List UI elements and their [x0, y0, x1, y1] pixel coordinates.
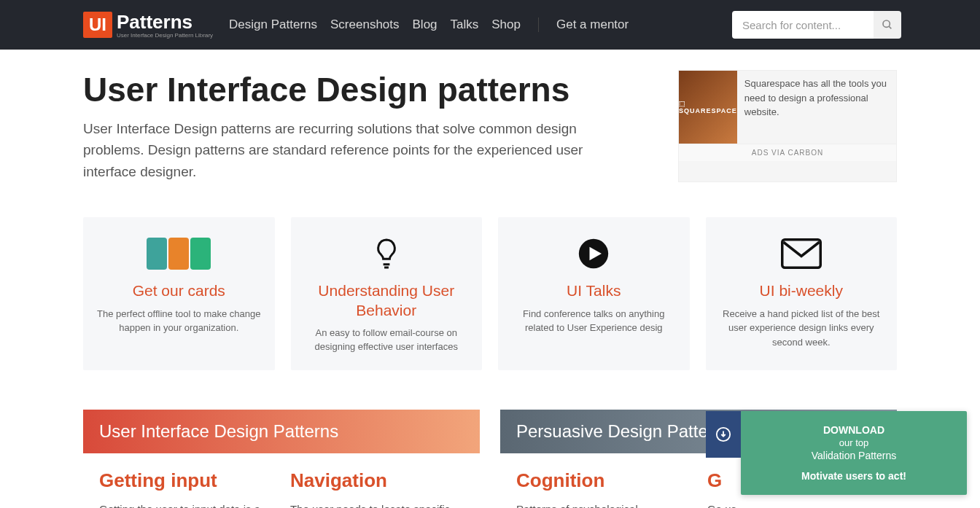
logo-ui-badge: UI: [83, 12, 112, 38]
promo-behavior[interactable]: Understanding User Behavior An easy to f…: [291, 217, 483, 370]
nav-talks[interactable]: Talks: [451, 17, 479, 32]
svg-point-0: [883, 20, 890, 27]
search-icon: [882, 19, 893, 31]
page-title: User Interface Design patterns: [83, 70, 658, 109]
col-desc: Patterns of psychological tendencies tha…: [516, 501, 690, 508]
promo-cards[interactable]: Get our cards The perfect offline tool t…: [83, 217, 275, 370]
col-desc: Getting the user to input data is a task…: [99, 501, 273, 508]
promo-title: Understanding User Behavior: [304, 281, 470, 320]
col-title: Cognition: [516, 469, 690, 492]
hero: User Interface Design patterns User Inte…: [83, 50, 897, 182]
ad-image: ⬚ SQUARESPACE: [679, 71, 737, 144]
nav-blog[interactable]: Blog: [413, 17, 438, 32]
play-icon: [511, 233, 677, 274]
popup-line1: DOWNLOAD: [758, 424, 949, 436]
popup-line3: Validation Patterns: [758, 450, 949, 461]
download-popup[interactable]: DOWNLOAD our top Validation Patterns Mot…: [741, 411, 967, 495]
promo-biweekly[interactable]: UI bi-weekly Receive a hand picked list …: [706, 217, 898, 370]
promo-desc: An easy to follow email-course on design…: [304, 326, 470, 354]
promo-desc: Find conference talks on anything relate…: [511, 307, 677, 335]
promo-desc: The perfect offline tool to make change …: [96, 307, 262, 335]
nav-shop[interactable]: Shop: [491, 17, 521, 32]
search-button[interactable]: [874, 11, 901, 39]
promo-title: Get our cards: [96, 281, 262, 300]
download-icon: [706, 411, 741, 458]
logo-text: Patterns: [117, 11, 192, 33]
envelope-icon: [719, 233, 884, 274]
promo-talks[interactable]: UI Talks Find conference talks on anythi…: [498, 217, 690, 370]
ad-text: Squarespace has all the tools you need t…: [737, 71, 896, 144]
search-wrap: [732, 11, 901, 39]
main-nav: Design Patterns Screenshots Blog Talks S…: [229, 17, 521, 32]
col-title: Navigation: [290, 469, 464, 492]
lightbulb-icon: [304, 233, 470, 274]
logo-subtitle: User Interface Design Pattern Library: [117, 32, 213, 39]
nav-design-patterns[interactable]: Design Patterns: [229, 17, 317, 32]
search-input[interactable]: [732, 11, 874, 39]
col-desc: Ga us: [707, 501, 881, 508]
logo[interactable]: UI Patterns User Interface Design Patter…: [83, 11, 213, 39]
promo-title: UI Talks: [511, 281, 677, 300]
get-mentor-link[interactable]: Get a mentor: [538, 17, 629, 32]
col-title: Getting input: [99, 469, 273, 492]
cards-icon: [96, 233, 262, 274]
popup-cta: Motivate users to act!: [758, 470, 949, 482]
col-cognition[interactable]: Cognition Patterns of psychological tend…: [516, 469, 690, 508]
popup-line2: our top: [758, 437, 949, 448]
promo-row: Get our cards The perfect offline tool t…: [83, 217, 897, 370]
section-header: User Interface Design Patterns: [83, 410, 480, 453]
promo-desc: Receive a hand picked list of the best u…: [719, 307, 884, 350]
page-description: User Interface Design patterns are recur…: [83, 118, 594, 182]
svg-rect-3: [782, 240, 821, 268]
col-getting-input[interactable]: Getting input Getting the user to input …: [99, 469, 273, 508]
promo-title: UI bi-weekly: [719, 281, 884, 300]
svg-line-1: [889, 26, 891, 28]
ad-attribution: ADS VIA CARBON: [679, 144, 896, 161]
ad-box[interactable]: ⬚ SQUARESPACE Squarespace has all the to…: [678, 70, 897, 182]
col-navigation[interactable]: Navigation The user needs to locate spec…: [290, 469, 464, 508]
section-ui-patterns: User Interface Design Patterns Getting i…: [83, 410, 480, 508]
nav-screenshots[interactable]: Screenshots: [330, 17, 400, 32]
header: UI Patterns User Interface Design Patter…: [0, 0, 980, 50]
col-desc: The user needs to locate specific featur…: [290, 501, 464, 508]
